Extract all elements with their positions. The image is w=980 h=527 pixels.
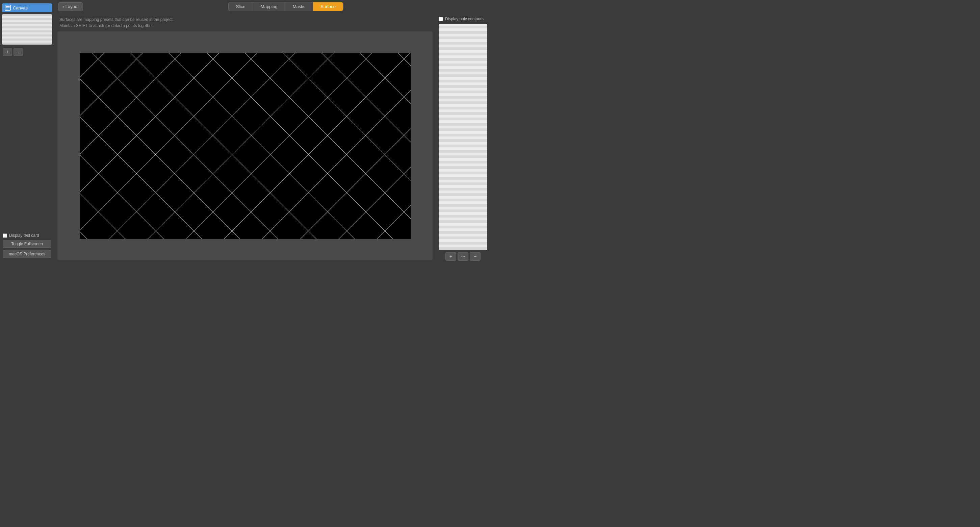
back-button[interactable]: ‹ Layout xyxy=(58,2,83,11)
sidebar: Canvas + − Display test card Toggle Full… xyxy=(0,0,54,263)
display-test-card-checkbox[interactable] xyxy=(3,233,7,238)
canvas-icon xyxy=(5,5,11,11)
info-bar: Surfaces are mapping presets that can be… xyxy=(54,13,436,32)
tab-surface[interactable]: Surface xyxy=(313,2,343,11)
sidebar-footer: Display test card Toggle Fullscreen macO… xyxy=(0,230,54,261)
sidebar-actions: + − xyxy=(0,46,54,58)
right-panel-add-button[interactable]: + xyxy=(445,252,456,261)
display-test-card-label: Display test card xyxy=(9,233,39,238)
right-panel-more-button[interactable]: ··· xyxy=(458,252,468,261)
sidebar-item-canvas[interactable]: Canvas xyxy=(2,3,52,12)
tab-masks[interactable]: Masks xyxy=(285,2,313,11)
display-only-contours-label: Display only contours xyxy=(445,17,484,21)
sidebar-spacer xyxy=(0,58,54,230)
back-chevron-icon: ‹ xyxy=(62,4,64,10)
canvas-wrapper[interactable] xyxy=(57,32,433,260)
diamond-pattern-svg xyxy=(80,53,410,239)
content-area: Surfaces are mapping presets that can be… xyxy=(54,13,490,263)
thumbnail-stripes xyxy=(2,14,52,45)
right-panel-actions: + ··· − xyxy=(439,252,487,261)
info-line-2: Maintain SHIFT to attach (or detach) poi… xyxy=(59,22,431,29)
sidebar-remove-button[interactable]: − xyxy=(14,48,23,56)
right-panel-thumbnail xyxy=(439,24,487,250)
display-test-card-row[interactable]: Display test card xyxy=(3,233,51,238)
main: ‹ Layout Slice Mapping Masks Surface Sur… xyxy=(54,0,490,263)
diamond-canvas xyxy=(80,53,410,239)
display-only-contours-checkbox[interactable] xyxy=(439,17,443,21)
tab-group: Slice Mapping Masks Surface xyxy=(228,2,344,11)
svg-rect-3 xyxy=(6,9,8,10)
sidebar-add-button[interactable]: + xyxy=(3,48,12,56)
macos-preferences-button[interactable]: macOS Preferences xyxy=(3,250,51,258)
right-panel-remove-button[interactable]: − xyxy=(470,252,480,261)
canvas-panel: Surfaces are mapping presets that can be… xyxy=(54,13,436,263)
toggle-fullscreen-button[interactable]: Toggle Fullscreen xyxy=(3,240,51,248)
tab-slice[interactable]: Slice xyxy=(229,2,253,11)
svg-rect-2 xyxy=(6,8,10,8)
sidebar-canvas-label: Canvas xyxy=(13,5,28,11)
svg-rect-1 xyxy=(6,6,10,7)
back-label: Layout xyxy=(65,4,79,9)
topbar: ‹ Layout Slice Mapping Masks Surface xyxy=(54,0,490,13)
sidebar-thumbnail xyxy=(2,14,52,45)
svg-rect-7 xyxy=(80,53,410,239)
right-thumbnail-stripes xyxy=(439,24,487,250)
display-only-contours-row[interactable]: Display only contours xyxy=(439,16,487,22)
tab-mapping[interactable]: Mapping xyxy=(253,2,285,11)
right-panel: Display only contours + ··· − xyxy=(436,13,490,263)
info-line-1: Surfaces are mapping presets that can be… xyxy=(59,17,431,22)
